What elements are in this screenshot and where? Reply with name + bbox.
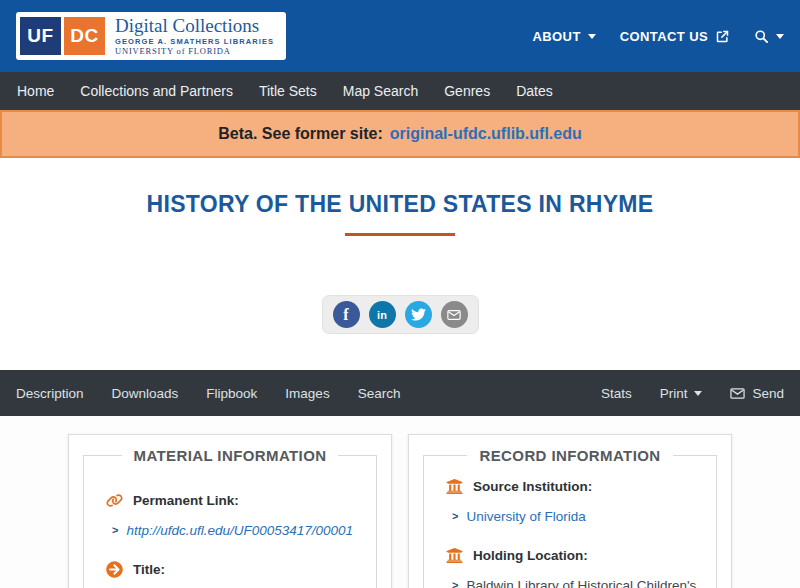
former-site-link[interactable]: original-ufdc.uflib.ufl.edu — [390, 125, 582, 143]
record-information-heading: RECORD INFORMATION — [467, 447, 672, 464]
link-icon — [106, 492, 123, 509]
field-label: Permanent Link: — [133, 493, 239, 508]
field-value-row: > University of Florida — [452, 508, 704, 527]
email-share-button[interactable] — [441, 301, 468, 328]
logo-university: UNIVERSITY of FLORIDA — [115, 47, 274, 56]
beta-banner-text: Beta. See former site: — [218, 125, 383, 143]
share-buttons: f in — [322, 295, 479, 334]
send-label: Send — [752, 386, 784, 401]
field-label: Holding Location: — [473, 548, 588, 563]
arrow-circle-right-icon — [106, 561, 123, 578]
tab-images[interactable]: Images — [271, 386, 343, 401]
field-label: Title: — [133, 562, 165, 577]
uf-logo-tile: UF — [20, 17, 61, 55]
nav-home[interactable]: Home — [4, 83, 67, 99]
field-label-row: Title: — [106, 561, 364, 578]
material-information-box: MATERIAL INFORMATION Permanent Link: > h… — [83, 447, 377, 588]
contact-us-label: CONTACT US — [620, 29, 708, 44]
about-label: ABOUT — [533, 29, 581, 44]
nav-dates[interactable]: Dates — [503, 83, 566, 99]
beta-banner: Beta. See former site: original-ufdc.ufl… — [0, 110, 800, 158]
field-label: Source Institution: — [473, 479, 592, 494]
field-label-row: Permanent Link: — [106, 492, 364, 509]
chevron-down-icon — [588, 34, 596, 39]
record-information-panel: RECORD INFORMATION Source Institution: >… — [408, 434, 732, 588]
holding-location-value: Baldwin Library of Historical Children's… — [466, 577, 704, 588]
record-information-box: RECORD INFORMATION Source Institution: >… — [423, 447, 717, 588]
nav-genres[interactable]: Genres — [431, 83, 503, 99]
item-nav-right: Stats Print Send — [601, 386, 784, 401]
field-label-row: Holding Location: — [446, 547, 704, 564]
permanent-link[interactable]: http://ufdc.ufl.edu/UF00053417/00001 — [126, 522, 353, 541]
dc-logo-tile: DC — [64, 17, 105, 55]
material-information-panel: MATERIAL INFORMATION Permanent Link: > h… — [68, 434, 392, 588]
field-value-row: > Baldwin Library of Historical Children… — [452, 577, 704, 588]
item-nav: Description Downloads Flipbook Images Se… — [0, 370, 800, 416]
linkedin-icon: in — [377, 309, 387, 321]
field-value-row: > http://ufdc.ufl.edu/UF00053417/00001 — [112, 522, 364, 541]
item-nav-left: Description Downloads Flipbook Images Se… — [16, 386, 414, 401]
about-menu[interactable]: ABOUT — [533, 29, 596, 44]
nav-map-search[interactable]: Map Search — [330, 83, 431, 99]
logo-organization: GEORGE A. SMATHERS LIBRARIES — [115, 38, 274, 46]
site-header: UF DC Digital Collections GEORGE A. SMAT… — [0, 0, 800, 72]
utility-nav: ABOUT CONTACT US — [533, 29, 784, 44]
facebook-share-button[interactable]: f — [333, 301, 360, 328]
search-icon — [754, 29, 769, 44]
tab-downloads[interactable]: Downloads — [98, 386, 193, 401]
chevron-right-icon: > — [452, 577, 458, 588]
external-link-icon — [715, 29, 730, 44]
stats-link[interactable]: Stats — [601, 386, 632, 401]
university-icon — [446, 547, 463, 564]
chevron-right-icon: > — [112, 522, 118, 539]
logo-title: Digital Collections — [115, 16, 274, 36]
linkedin-share-button[interactable]: in — [369, 301, 396, 328]
item-content: MATERIAL INFORMATION Permanent Link: > h… — [0, 416, 800, 588]
tab-description[interactable]: Description — [16, 386, 98, 401]
chevron-down-icon — [776, 34, 784, 39]
envelope-icon — [447, 308, 461, 322]
send-button[interactable]: Send — [730, 386, 784, 401]
page-title: HISTORY OF THE UNITED STATES IN RHYME — [0, 191, 800, 218]
source-institution-link[interactable]: University of Florida — [466, 508, 585, 527]
item-hero: HISTORY OF THE UNITED STATES IN RHYME f … — [0, 158, 800, 370]
envelope-icon — [730, 386, 745, 401]
print-label: Print — [660, 386, 688, 401]
twitter-share-button[interactable] — [405, 301, 432, 328]
print-menu[interactable]: Print — [660, 386, 703, 401]
title-underline — [345, 233, 455, 236]
material-information-heading: MATERIAL INFORMATION — [122, 447, 339, 464]
tab-flipbook[interactable]: Flipbook — [192, 386, 271, 401]
field-label-row: Source Institution: — [446, 478, 704, 495]
contact-us-link[interactable]: CONTACT US — [620, 29, 730, 44]
logo-text: Digital Collections GEORGE A. SMATHERS L… — [113, 16, 274, 56]
nav-collections-and-partners[interactable]: Collections and Partners — [67, 83, 246, 99]
ufdc-item-page: { "colors": { "header_blue": "#10549e", … — [0, 0, 800, 588]
university-icon — [446, 478, 463, 495]
twitter-icon — [411, 307, 426, 322]
chevron-right-icon: > — [452, 508, 458, 525]
main-nav: Home Collections and Partners Title Sets… — [0, 72, 800, 110]
tab-search[interactable]: Search — [344, 386, 415, 401]
nav-title-sets[interactable]: Title Sets — [246, 83, 330, 99]
facebook-icon: f — [343, 306, 348, 324]
chevron-down-icon — [694, 391, 702, 396]
site-logo[interactable]: UF DC Digital Collections GEORGE A. SMAT… — [16, 12, 286, 60]
search-menu[interactable] — [754, 29, 784, 44]
